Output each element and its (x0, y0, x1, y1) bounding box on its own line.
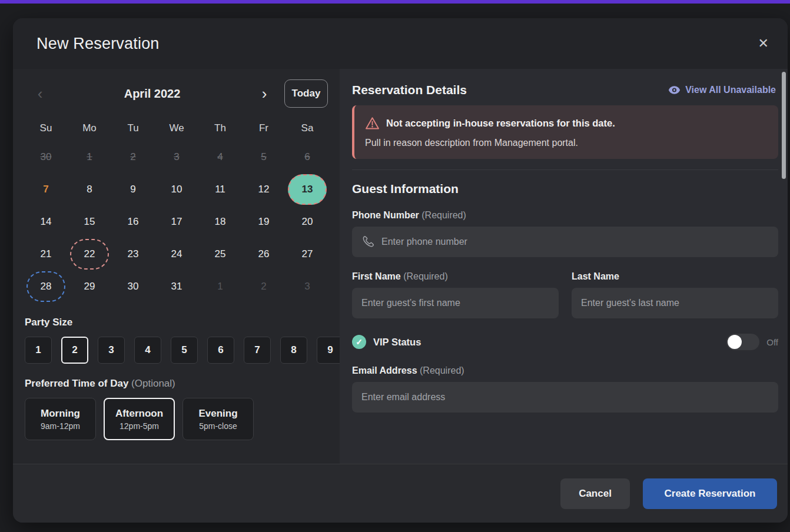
party-size-options: 123456789 (25, 337, 340, 364)
weekday-header: SuMoTuWeThFrSa (24, 119, 340, 137)
time-of-day-options: Morning9am-12pmAfternoon12pm-5pmEvening5… (25, 398, 340, 440)
guest-information-heading: Guest Information (352, 182, 778, 196)
calendar-day[interactable]: 30 (24, 141, 68, 173)
party-size-option[interactable]: 7 (244, 337, 271, 364)
time-of-day-optional: (Optional) (131, 378, 175, 389)
close-icon[interactable]: ✕ (755, 34, 772, 54)
calendar-day[interactable]: 23 (111, 238, 155, 270)
party-size-option[interactable]: 9 (317, 337, 340, 364)
calendar-day[interactable]: 5 (242, 141, 286, 173)
calendar-day[interactable]: 19 (242, 205, 286, 238)
party-size-option[interactable]: 2 (61, 337, 88, 364)
calendar-month-label: April 2022 (47, 87, 257, 101)
create-reservation-button[interactable]: Create Reservation (643, 478, 777, 509)
calendar-panel: ‹ April 2022 › Today SuMoTuWeThFrSa 3012… (13, 69, 340, 464)
modal-content: ‹ April 2022 › Today SuMoTuWeThFrSa 3012… (13, 69, 788, 464)
calendar-day[interactable]: 30 (111, 270, 155, 302)
calendar-day[interactable]: 2 (111, 141, 155, 173)
weekday-label: Mo (68, 119, 111, 137)
modal-header: New Reservation ✕ (13, 18, 788, 69)
calendar-day[interactable]: 29 (68, 270, 111, 302)
calendar-day[interactable]: 18 (198, 205, 242, 238)
vip-status-row: ✓ VIP Status Off (352, 334, 778, 350)
first-name-label-text: First Name (352, 271, 401, 281)
calendar-day[interactable]: 12 (242, 173, 286, 205)
vip-toggle[interactable] (726, 334, 759, 350)
calendar-day[interactable]: 1 (68, 141, 111, 173)
last-name-label: Last Name (572, 271, 778, 282)
party-size-option[interactable]: 1 (25, 337, 52, 364)
next-month-icon[interactable]: › (257, 87, 271, 101)
view-all-unavailable-link[interactable]: View All Unavailable (668, 85, 776, 95)
calendar-day[interactable]: 13 (286, 173, 329, 205)
calendar-day[interactable]: 25 (198, 238, 242, 270)
weekday-label: Sa (286, 119, 329, 137)
calendar-day[interactable]: 7 (24, 173, 68, 205)
calendar-grid: 3012345678910111213141516171819202122232… (24, 141, 340, 302)
new-reservation-modal: New Reservation ✕ ‹ April 2022 › Today S… (13, 18, 788, 523)
scrollbar-thumb[interactable] (782, 72, 786, 179)
party-size-option[interactable]: 3 (98, 337, 125, 364)
calendar-day[interactable]: 28 (24, 270, 68, 302)
first-name-input[interactable] (361, 298, 549, 308)
party-size-option[interactable]: 5 (171, 337, 198, 364)
calendar-day[interactable]: 3 (155, 141, 198, 173)
section-divider (352, 169, 778, 170)
calendar-day[interactable]: 17 (155, 205, 198, 238)
first-name-required: (Required) (403, 271, 448, 281)
party-size-label: Party Size (25, 317, 340, 328)
vip-toggle-state: Off (766, 337, 778, 347)
calendar-day[interactable]: 20 (286, 205, 329, 238)
calendar-day[interactable]: 21 (24, 238, 68, 270)
time-of-day-label-text: Preferred Time of Day (25, 378, 128, 389)
today-button[interactable]: Today (284, 79, 328, 108)
calendar-day[interactable]: 14 (24, 205, 68, 238)
vip-status-right: Off (726, 334, 778, 350)
last-name-label-text: Last Name (572, 271, 619, 281)
details-panel: Reservation Details View All Unavailable (340, 69, 788, 464)
calendar-day[interactable]: 10 (155, 173, 198, 205)
calendar-day[interactable]: 4 (198, 141, 242, 173)
calendar-day[interactable]: 9 (111, 173, 155, 205)
calendar-day[interactable]: 27 (286, 238, 329, 270)
last-name-input[interactable] (581, 298, 769, 308)
calendar-day[interactable]: 24 (155, 238, 198, 270)
cancel-button[interactable]: Cancel (560, 478, 630, 509)
weekday-label: Su (24, 119, 68, 137)
time-option-morning[interactable]: Morning9am-12pm (25, 398, 96, 440)
calendar-day[interactable]: 2 (242, 270, 286, 302)
time-option-evening[interactable]: Evening5pm-close (182, 398, 254, 440)
calendar-day[interactable]: 8 (68, 173, 111, 205)
calendar-day[interactable]: 15 (68, 205, 111, 238)
phone-label-text: Phone Number (352, 210, 419, 220)
weekday-label: Th (198, 119, 242, 137)
party-size-option[interactable]: 4 (134, 337, 161, 364)
eye-icon (668, 85, 681, 95)
page-title: New Reservation (36, 35, 755, 53)
phone-input[interactable] (381, 237, 769, 247)
warning-body: Pull in reason description from Manageme… (365, 138, 766, 148)
party-size-option[interactable]: 6 (207, 337, 234, 364)
warning-triangle-icon (365, 117, 380, 130)
time-option-afternoon[interactable]: Afternoon12pm-5pm (104, 398, 175, 440)
calendar-day[interactable]: 16 (111, 205, 155, 238)
details-heading: Reservation Details (352, 83, 668, 97)
party-size-option[interactable]: 8 (280, 337, 307, 364)
email-required: (Required) (420, 365, 464, 375)
calendar-day[interactable]: 31 (155, 270, 198, 302)
calendar-day[interactable]: 3 (286, 270, 329, 302)
prev-month-icon[interactable]: ‹ (33, 87, 47, 101)
details-header: Reservation Details View All Unavailable (352, 83, 778, 97)
calendar-day[interactable]: 6 (286, 141, 329, 173)
warning-title-row: Not accepting in-house reservations for … (365, 117, 766, 130)
phone-required: (Required) (421, 210, 466, 220)
weekday-label: Tu (111, 119, 155, 137)
calendar-day[interactable]: 26 (242, 238, 286, 270)
vip-status-label: VIP Status (373, 337, 421, 348)
vip-toggle-knob (728, 335, 742, 349)
email-input-box (352, 382, 778, 413)
calendar-day[interactable]: 11 (198, 173, 242, 205)
email-input[interactable] (361, 392, 769, 403)
calendar-day[interactable]: 22 (68, 238, 111, 270)
calendar-day[interactable]: 1 (198, 270, 242, 302)
